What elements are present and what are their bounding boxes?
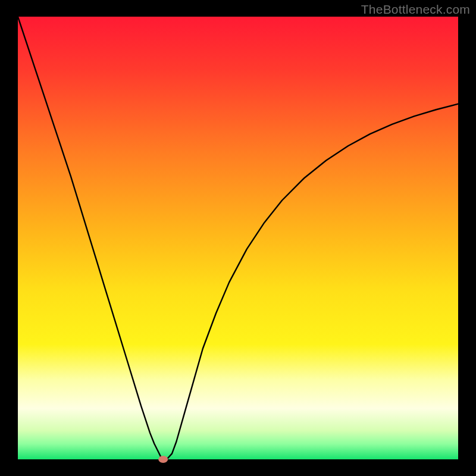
- bottleneck-chart: [0, 0, 476, 476]
- watermark-text: TheBottleneck.com: [361, 2, 470, 17]
- chart-stage: TheBottleneck.com: [0, 0, 476, 476]
- plot-background: [18, 17, 458, 459]
- optimum-marker: [158, 456, 168, 463]
